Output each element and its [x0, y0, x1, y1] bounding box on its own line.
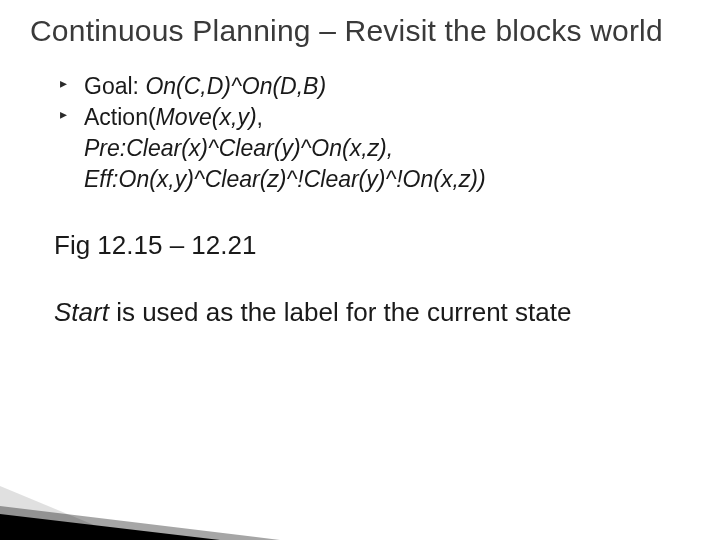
figure-reference: Fig 12.15 – 12.21: [54, 229, 690, 263]
continuation-line: Eff:On(x,y)^Clear(z)^!Clear(y)^!On(x,z)): [30, 164, 690, 195]
start-paragraph: Start is used as the label for the curre…: [54, 296, 690, 330]
bullet-italic: Move(x,y): [156, 104, 257, 130]
bullet-suffix: ,: [257, 104, 263, 130]
bullet-list: Goal: On(C,D)^On(D,B) Action(Move(x,y),: [30, 71, 690, 133]
continuation-line: Pre:Clear(x)^Clear(y)^On(x,z),: [30, 133, 690, 164]
bullet-prefix: Action(: [84, 104, 156, 130]
slide: Continuous Planning – Revisit the blocks…: [0, 0, 720, 540]
start-word: Start: [54, 297, 109, 327]
decorative-wedge: [0, 514, 220, 540]
bullet-prefix: Goal:: [84, 73, 145, 99]
bullet-italic: On(C,D)^On(D,B): [145, 73, 326, 99]
bullet-item: Goal: On(C,D)^On(D,B): [60, 71, 690, 102]
start-rest: is used as the label for the current sta…: [109, 297, 571, 327]
bullet-item: Action(Move(x,y),: [60, 102, 690, 133]
slide-title: Continuous Planning – Revisit the blocks…: [30, 14, 690, 49]
